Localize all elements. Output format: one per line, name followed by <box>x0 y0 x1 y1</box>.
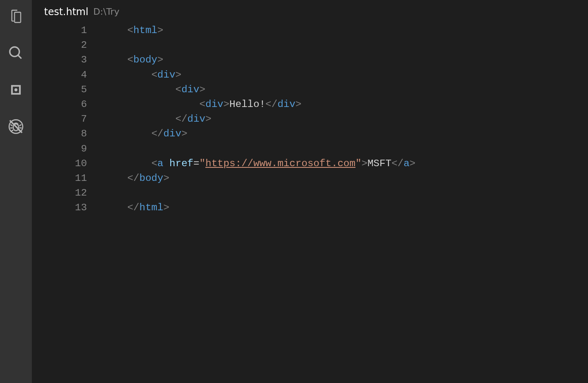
code-line[interactable]: </div> <box>103 127 588 141</box>
line-number-gutter: 12345678910111213 <box>32 23 103 383</box>
svg-line-1 <box>18 55 21 58</box>
code-content[interactable]: <html> <body> <div> <div> <div>Hello!</d… <box>103 23 588 383</box>
code-line[interactable]: </div> <box>103 112 588 127</box>
tab-filename[interactable]: test.html <box>44 6 88 18</box>
line-number: 5 <box>32 82 87 97</box>
code-line[interactable] <box>103 38 588 53</box>
tab-path: D:\Try <box>93 7 119 17</box>
activity-bar <box>0 0 32 383</box>
line-number: 3 <box>32 53 87 67</box>
main-area: test.html D:\Try 12345678910111213 <html… <box>32 0 588 383</box>
line-number: 8 <box>32 127 87 141</box>
line-number: 6 <box>32 97 87 112</box>
debug-icon[interactable] <box>7 118 25 136</box>
line-number: 4 <box>32 68 87 82</box>
source-control-icon[interactable] <box>7 81 25 99</box>
code-editor[interactable]: 12345678910111213 <html> <body> <div> <d… <box>32 23 588 383</box>
code-line[interactable] <box>103 142 588 156</box>
svg-line-5 <box>11 125 13 126</box>
svg-point-0 <box>10 47 19 56</box>
explorer-icon[interactable] <box>7 7 25 25</box>
code-line[interactable]: <div> <box>103 82 588 97</box>
code-line[interactable]: <body> <box>103 53 588 67</box>
line-number: 13 <box>32 200 87 215</box>
editor-tab-bar: test.html D:\Try <box>32 0 588 23</box>
code-line[interactable]: </body> <box>103 171 588 186</box>
search-icon[interactable] <box>7 44 25 62</box>
code-line[interactable]: </html> <box>103 200 588 215</box>
line-number: 1 <box>32 23 87 38</box>
line-number: 7 <box>32 112 87 127</box>
code-line[interactable]: <div>Hello!</div> <box>103 97 588 112</box>
code-line[interactable] <box>103 186 588 200</box>
line-number: 12 <box>32 186 87 200</box>
svg-line-9 <box>11 130 13 131</box>
line-number: 11 <box>32 171 87 186</box>
code-line[interactable]: <div> <box>103 68 588 82</box>
svg-point-2 <box>14 88 17 91</box>
line-number: 9 <box>32 142 87 156</box>
code-line[interactable]: <a href="https://www.microsoft.com">MSFT… <box>103 156 588 171</box>
line-number: 10 <box>32 156 87 171</box>
line-number: 2 <box>32 38 87 53</box>
code-line[interactable]: <html> <box>103 23 588 38</box>
svg-line-6 <box>19 125 21 126</box>
